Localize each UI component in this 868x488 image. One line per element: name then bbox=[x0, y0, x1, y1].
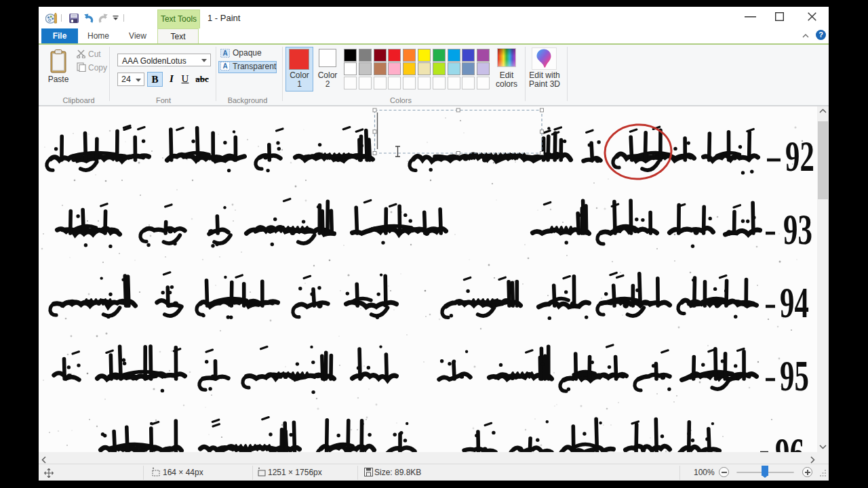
svg-text:A: A bbox=[222, 49, 227, 57]
svg-text:94: 94 bbox=[780, 279, 809, 327]
svg-text:93: 93 bbox=[783, 206, 812, 253]
svg-text:A: A bbox=[222, 62, 227, 70]
svg-text:92: 92 bbox=[785, 133, 814, 180]
svg-text:95: 95 bbox=[780, 352, 809, 400]
svg-text:96: 96 bbox=[775, 430, 804, 452]
